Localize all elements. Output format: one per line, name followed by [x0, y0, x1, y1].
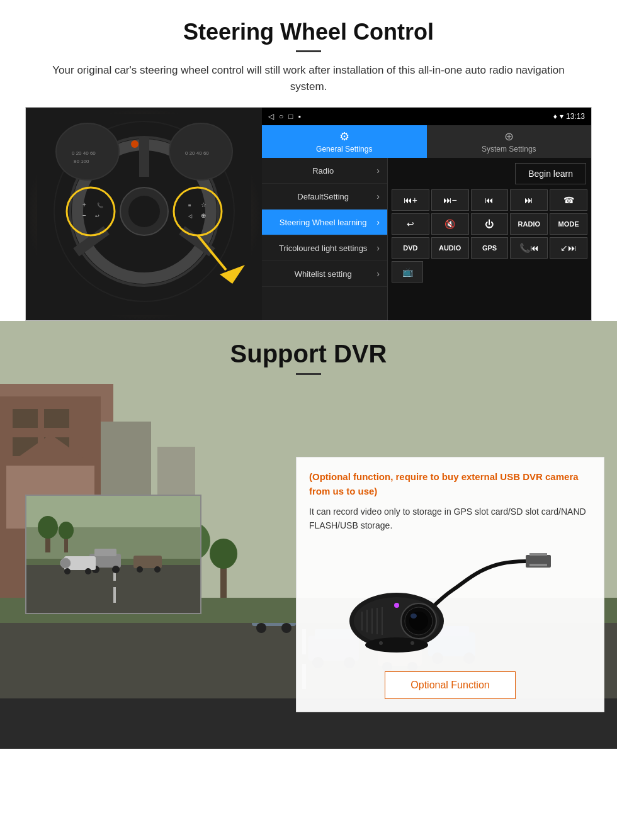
- menu-item-radio[interactable]: Radio ›: [262, 158, 387, 184]
- svg-rect-32: [44, 409, 69, 428]
- tab-general-label: General Settings: [316, 145, 372, 154]
- svg-text:0 20 40 60: 0 20 40 60: [185, 150, 209, 156]
- ctrl-btn-next[interactable]: ⏭: [510, 189, 548, 211]
- ctrl-btn-prev-next[interactable]: ↙⏭: [550, 237, 587, 259]
- svg-rect-31: [13, 409, 38, 428]
- chevron-default-icon: ›: [376, 191, 380, 201]
- ctrl-btn-phone[interactable]: ☎: [550, 189, 587, 211]
- svg-text:◁: ◁: [188, 213, 193, 219]
- svg-text:⊕: ⊕: [201, 212, 206, 219]
- menu-item-tricoloured[interactable]: Tricoloured light settings ›: [262, 235, 387, 261]
- svg-point-27: [131, 140, 139, 148]
- android-menu-list: Radio › DefaultSetting › Steering Wheel …: [262, 158, 388, 320]
- svg-rect-87: [529, 553, 547, 556]
- svg-point-103: [410, 641, 414, 645]
- ctrl-btn-vol-down[interactable]: ⏭−: [431, 189, 469, 211]
- svg-point-9: [128, 196, 160, 227]
- svg-point-85: [60, 558, 71, 568]
- ctrl-row-1: ⏮+ ⏭− ⏮ ⏭ ☎: [390, 189, 589, 211]
- clock: 13:13: [566, 112, 585, 121]
- back-icon: ◁: [268, 112, 274, 121]
- begin-learn-row: Begin learn: [390, 160, 589, 187]
- menu-icon: ▪: [298, 112, 301, 121]
- ctrl-btn-radio[interactable]: RADIO: [510, 213, 548, 235]
- recents-icon: □: [288, 112, 293, 121]
- dvr-optional-text: (Optional function, require to buy exter…: [309, 470, 591, 498]
- svg-text:80 100: 80 100: [74, 159, 89, 164]
- dvr-title-area: Support DVR: [0, 321, 617, 381]
- svg-point-84: [85, 568, 91, 574]
- ctrl-btn-phone-prev[interactable]: 📞⏮: [510, 237, 548, 259]
- svg-rect-88: [529, 564, 547, 566]
- steering-photo-bg: + 📞 − ↩ ≡ ☆ ◁ ⊕ 0 20 40 60 80 100: [26, 108, 262, 321]
- svg-point-78: [112, 566, 120, 573]
- dvr-section: Support DVR: [0, 321, 617, 749]
- ctrl-btn-audio[interactable]: AUDIO: [431, 237, 469, 259]
- chevron-whitelist-icon: ›: [376, 269, 380, 279]
- svg-point-102: [379, 641, 383, 645]
- statusbar-icons: ◁ ○ □ ▪: [268, 112, 301, 121]
- svg-text:0 20 40 60: 0 20 40 60: [72, 150, 96, 156]
- dvr-camera-svg: [343, 546, 557, 659]
- statusbar-right: ♦ ▾ 13:13: [553, 112, 585, 121]
- ctrl-btn-vol-up[interactable]: ⏮+: [392, 189, 429, 211]
- menu-item-default-label: DefaultSetting: [269, 192, 376, 201]
- ctrl-row-2: ↩ 🔇 ⏻ RADIO MODE: [390, 213, 589, 235]
- dvr-thumbnail-svg: [26, 496, 201, 614]
- optional-btn-row: Optional Function: [309, 671, 591, 699]
- ctrl-btn-mute[interactable]: 🔇: [431, 213, 469, 235]
- svg-rect-68: [113, 587, 116, 603]
- settings-gear-icon: ⚙: [339, 130, 349, 143]
- system-icon: ⊕: [504, 130, 514, 143]
- steering-subtitle: Your original car's steering wheel contr…: [41, 62, 576, 94]
- ctrl-row-3: DVD AUDIO GPS 📞⏮ ↙⏭: [390, 237, 589, 259]
- android-tabs[interactable]: ⚙ General Settings ⊕ System Settings: [262, 125, 591, 158]
- dvr-right-panel: (Optional function, require to buy exter…: [296, 457, 617, 712]
- ctrl-row-4: 📺: [390, 261, 589, 283]
- ctrl-btn-prev[interactable]: ⏮: [471, 189, 509, 211]
- dvr-divider: [296, 373, 321, 375]
- tab-general-settings[interactable]: ⚙ General Settings: [262, 125, 427, 158]
- home-icon: ○: [279, 112, 283, 121]
- ctrl-btn-tv[interactable]: 📺: [392, 261, 423, 283]
- menu-item-tricoloured-label: Tricoloured light settings: [269, 244, 376, 253]
- dvr-title: Support DVR: [0, 340, 617, 368]
- svg-point-100: [394, 603, 399, 608]
- dvr-info-box: (Optional function, require to buy exter…: [296, 457, 604, 712]
- signal-icon: ♦: [553, 112, 557, 121]
- menu-item-steering[interactable]: Steering Wheel learning ›: [262, 210, 387, 235]
- menu-item-whitelist-label: Whitelist setting: [269, 269, 376, 279]
- steering-content-area: + 📞 − ↩ ≡ ☆ ◁ ⊕ 0 20 40 60 80 100: [25, 107, 592, 321]
- ctrl-btn-mode[interactable]: MODE: [550, 213, 587, 235]
- svg-point-99: [410, 613, 417, 619]
- ctrl-btn-hangup[interactable]: ↩: [392, 213, 429, 235]
- chevron-tricoloured-icon: ›: [376, 243, 380, 253]
- control-panel: Begin learn ⏮+ ⏭− ⏮ ⏭ ☎ ↩ 🔇 ⏻: [388, 158, 591, 320]
- dvr-left-panel: [0, 457, 296, 712]
- menu-item-whitelist[interactable]: Whitelist setting ›: [262, 261, 387, 287]
- ctrl-btn-gps[interactable]: GPS: [471, 237, 509, 259]
- steering-photo: + 📞 − ↩ ≡ ☆ ◁ ⊕ 0 20 40 60 80 100: [26, 108, 262, 321]
- ctrl-btn-power[interactable]: ⏻: [471, 213, 509, 235]
- chevron-radio-icon: ›: [376, 165, 380, 176]
- svg-point-80: [137, 566, 143, 573]
- steering-divider: [296, 50, 321, 52]
- menu-item-default[interactable]: DefaultSetting ›: [262, 184, 387, 210]
- optional-function-button[interactable]: Optional Function: [385, 671, 515, 699]
- svg-text:📞: 📞: [97, 202, 103, 208]
- svg-text:☆: ☆: [201, 201, 207, 208]
- svg-point-101: [365, 637, 428, 652]
- begin-learn-button[interactable]: Begin learn: [515, 163, 586, 184]
- svg-point-81: [154, 566, 161, 573]
- dvr-description: It can record video only to storage in G…: [309, 505, 591, 533]
- svg-text:−: −: [82, 212, 86, 219]
- tab-system-settings[interactable]: ⊕ System Settings: [427, 125, 592, 158]
- svg-point-72: [38, 516, 58, 539]
- svg-rect-79: [133, 556, 162, 568]
- ctrl-btn-dvd[interactable]: DVD: [392, 237, 429, 259]
- svg-text:↩: ↩: [95, 213, 99, 219]
- android-ui-panel: ◁ ○ □ ▪ ♦ ▾ 13:13 ⚙ General Settings: [262, 108, 591, 320]
- android-statusbar: ◁ ○ □ ▪ ♦ ▾ 13:13: [262, 108, 591, 125]
- svg-text:≡: ≡: [188, 203, 191, 208]
- svg-text:+: +: [82, 201, 86, 208]
